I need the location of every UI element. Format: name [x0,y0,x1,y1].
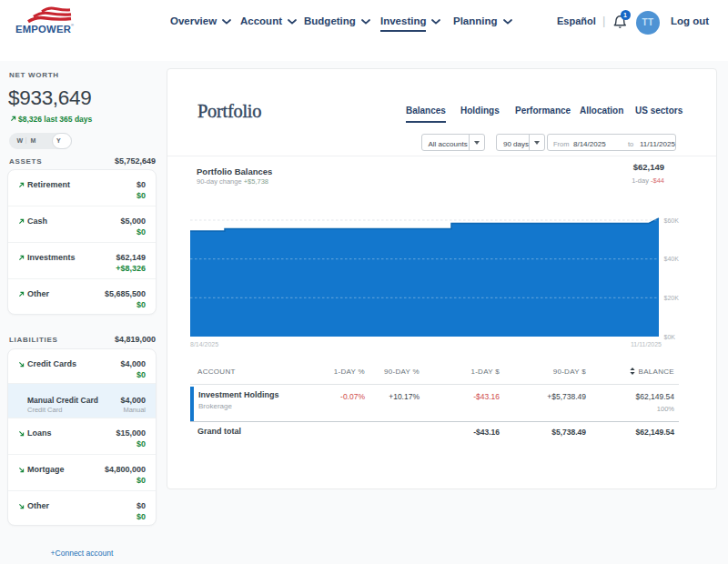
svg-text:8/14/2025: 8/14/2025 [190,341,218,347]
svg-text:$40K: $40K [664,256,680,262]
svg-text:11/11/2025: 11/11/2025 [631,341,662,347]
svg-text:$20K: $20K [664,295,680,301]
svg-text:$0K: $0K [664,334,676,340]
svg-text:$60K: $60K [664,217,680,224]
svg-text:®: ® [71,23,74,27]
svg-text:EMPOWER: EMPOWER [15,24,71,35]
